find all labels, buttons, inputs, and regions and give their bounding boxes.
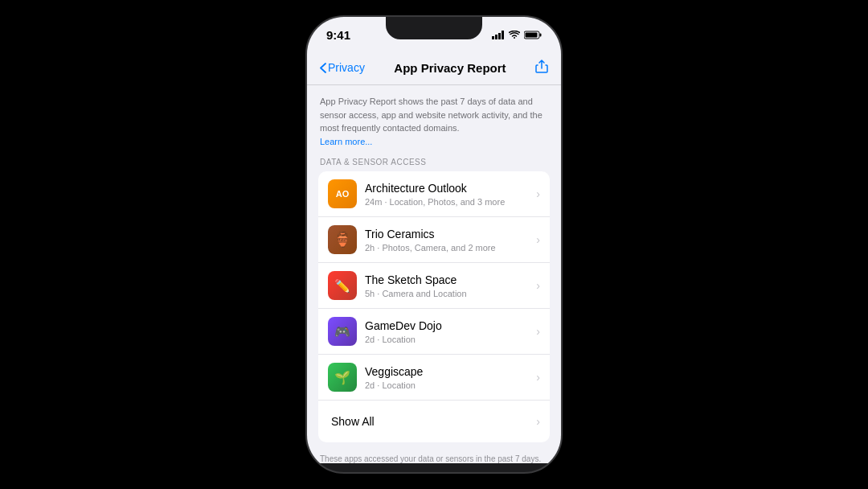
- app-subtitle: 2d · Location: [365, 380, 533, 390]
- app-subtitle: 24m · Location, Photos, and 3 more: [365, 197, 533, 207]
- chevron-icon: ›: [536, 279, 540, 292]
- list-item[interactable]: AO Architecture Outlook 24m · Location, …: [318, 171, 550, 217]
- chevron-left-icon: [320, 63, 326, 73]
- app-icon-veggie: 🌱: [328, 363, 357, 392]
- svg-rect-3: [502, 31, 504, 39]
- back-button[interactable]: Privacy: [320, 61, 365, 74]
- data-section-header: DATA & SENSOR ACCESS: [307, 154, 561, 171]
- app-icon-trio: 🏺: [328, 225, 357, 254]
- app-icon-architecture: AO: [328, 179, 357, 208]
- status-bar: 9:41: [307, 17, 561, 52]
- description-block: App Privacy Report shows the past 7 days…: [307, 85, 561, 154]
- item-text-gamedev: GameDev Dojo 2d · Location: [365, 318, 533, 343]
- app-icon-sketch: ✏️: [328, 271, 357, 300]
- page-title: App Privacy Report: [394, 61, 506, 75]
- content-area: App Privacy Report shows the past 7 days…: [307, 85, 561, 463]
- share-button[interactable]: [535, 59, 548, 76]
- svg-rect-1: [495, 35, 497, 39]
- chevron-icon: ›: [536, 371, 540, 384]
- list-item[interactable]: 🏺 Trio Ceramics 2h · Photos, Camera, and…: [318, 217, 550, 263]
- item-text-sketch: The Sketch Space 5h · Camera and Locatio…: [365, 273, 533, 298]
- chevron-icon: ›: [536, 187, 540, 200]
- app-subtitle: 2d · Location: [365, 335, 533, 344]
- svg-rect-0: [492, 36, 494, 39]
- list-item[interactable]: 🌱 Veggiscape 2d · Location ›: [318, 355, 550, 401]
- app-name: GameDev Dojo: [365, 318, 533, 333]
- nav-bar: Privacy App Privacy Report: [307, 52, 561, 85]
- show-all-label: Show All: [331, 415, 375, 428]
- app-name: Veggiscape: [365, 364, 533, 379]
- list-item[interactable]: 🎮 GameDev Dojo 2d · Location ›: [318, 309, 550, 355]
- item-text-trio: Trio Ceramics 2h · Photos, Camera, and 2…: [365, 227, 533, 252]
- app-icon-gamedev: 🎮: [328, 317, 357, 346]
- learn-more-link[interactable]: Learn more...: [320, 137, 372, 146]
- chevron-icon: ›: [536, 415, 540, 428]
- chevron-icon: ›: [536, 233, 540, 246]
- svg-rect-5: [540, 33, 542, 36]
- item-text-veggie: Veggiscape 2d · Location: [365, 364, 533, 389]
- app-name: Trio Ceramics: [365, 227, 533, 241]
- status-time: 9:41: [326, 28, 350, 42]
- app-icon-text: AO: [336, 189, 350, 199]
- back-label: Privacy: [328, 61, 365, 74]
- data-sensor-list: AO Architecture Outlook 24m · Location, …: [318, 171, 550, 442]
- list-item[interactable]: ✏️ The Sketch Space 5h · Camera and Loca…: [318, 263, 550, 309]
- chevron-icon: ›: [536, 325, 540, 338]
- svg-rect-6: [526, 32, 538, 37]
- description-text: App Privacy Report shows the past 7 days…: [320, 97, 542, 133]
- phone-frame: 9:41: [305, 15, 563, 474]
- battery-icon: [524, 31, 542, 39]
- svg-rect-2: [498, 33, 501, 39]
- share-icon: [535, 59, 548, 73]
- show-all-button[interactable]: Show All ›: [318, 401, 550, 442]
- signal-icon: [492, 31, 505, 39]
- app-name: Architecture Outlook: [365, 181, 533, 195]
- app-subtitle: 5h · Camera and Location: [365, 289, 533, 298]
- app-subtitle: 2h · Photos, Camera, and 2 more: [365, 243, 533, 253]
- app-name: The Sketch Space: [365, 273, 533, 287]
- item-text-architecture: Architecture Outlook 24m · Location, Pho…: [365, 181, 533, 206]
- notch: [386, 17, 482, 39]
- wifi-icon: [509, 31, 520, 39]
- status-icons: [492, 31, 542, 39]
- data-footer-note: These apps accessed your data or sensors…: [307, 449, 561, 463]
